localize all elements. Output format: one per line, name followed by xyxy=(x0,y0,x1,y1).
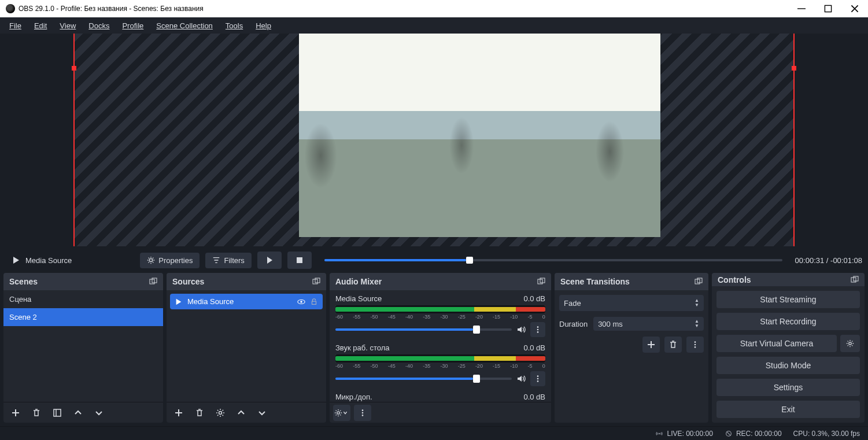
mixer-channel-db: 0.0 dB xyxy=(523,393,545,401)
scene-item[interactable]: Scene 2 xyxy=(3,308,163,326)
dock-popout-icon[interactable] xyxy=(695,278,703,286)
sources-dock: Sources Media Source xyxy=(167,273,326,423)
svg-point-30 xyxy=(695,344,696,346)
start-virtual-camera-button[interactable]: Start Virtual Camera xyxy=(716,335,837,352)
svg-rect-10 xyxy=(312,301,316,304)
scene-item[interactable]: Сцена xyxy=(3,290,163,308)
media-timeline[interactable] xyxy=(324,259,782,261)
window-maximize-button[interactable] xyxy=(815,0,841,17)
menu-edit[interactable]: Edit xyxy=(28,20,53,31)
mixer-channel-menu-button[interactable] xyxy=(530,371,545,386)
properties-button[interactable]: Properties xyxy=(140,253,200,268)
dock-popout-icon[interactable] xyxy=(851,276,859,284)
source-lock-icon[interactable] xyxy=(310,298,318,306)
scene-add-button[interactable] xyxy=(7,405,24,421)
virtual-camera-settings-button[interactable] xyxy=(840,335,860,352)
obs-logo-icon xyxy=(6,4,15,13)
start-recording-button[interactable]: Start Recording xyxy=(716,313,860,330)
preview-video[interactable] xyxy=(299,34,660,237)
menu-tools[interactable]: Tools xyxy=(220,20,249,31)
scene-filter-button[interactable] xyxy=(49,405,66,421)
speaker-icon[interactable] xyxy=(516,325,526,334)
svg-rect-2 xyxy=(297,257,302,263)
source-move-up-button[interactable] xyxy=(232,405,250,421)
scene-remove-button[interactable] xyxy=(28,405,45,421)
mixer-channel-menu-button[interactable] xyxy=(530,322,545,337)
svg-point-19 xyxy=(537,380,539,382)
status-cpu: CPU: 0.3%, 30.00 fps xyxy=(793,430,860,438)
svg-point-29 xyxy=(695,341,696,343)
menu-scene-collection[interactable]: Scene Collection xyxy=(150,20,219,31)
window-titlebar: OBS 29.1.0 - Profile: Без названия - Sce… xyxy=(0,0,868,17)
svg-point-35 xyxy=(659,432,660,434)
menu-help[interactable]: Help xyxy=(250,20,277,31)
mixer-settings-button[interactable] xyxy=(333,405,350,421)
meter-ticks: -60-55-50-45-40-35-30-25-20-15-10-50 xyxy=(335,363,545,369)
controls-title: Controls xyxy=(718,275,751,284)
scene-move-up-button[interactable] xyxy=(69,405,87,421)
svg-point-15 xyxy=(537,329,539,331)
transitions-dock: Scene Transitions Fade ▲▼ Duration 300 m… xyxy=(555,273,708,423)
volume-slider[interactable] xyxy=(335,378,512,380)
audio-meter xyxy=(335,305,545,313)
dock-popout-icon[interactable] xyxy=(149,278,157,286)
volume-slider[interactable] xyxy=(335,328,512,331)
mixer-menu-button[interactable] xyxy=(354,405,371,421)
svg-point-9 xyxy=(300,301,302,303)
settings-button[interactable]: Settings xyxy=(716,379,860,396)
svg-point-26 xyxy=(362,415,364,416)
svg-point-23 xyxy=(337,411,339,413)
mixer-channel-name: Звук раб. стола xyxy=(335,343,389,352)
scenes-dock: Scenes Сцена Scene 2 xyxy=(3,273,163,423)
mixer-channel: Media Source0.0 dB -60-55-50-45-40-35-30… xyxy=(330,290,551,339)
media-stop-button[interactable] xyxy=(287,252,312,269)
mixer-channel-name: Микр./доп. xyxy=(335,393,372,401)
window-close-button[interactable] xyxy=(841,0,868,17)
source-remove-button[interactable] xyxy=(191,405,208,421)
svg-point-1 xyxy=(150,258,153,261)
menu-profile[interactable]: Profile xyxy=(116,20,149,31)
status-rec: REC: 00:00:00 xyxy=(725,430,782,438)
crop-handle-right[interactable] xyxy=(792,66,796,71)
svg-point-25 xyxy=(362,412,364,413)
filters-button[interactable]: Filters xyxy=(205,253,251,268)
source-properties-button[interactable] xyxy=(212,405,229,421)
chevron-updown-icon: ▲▼ xyxy=(695,319,699,328)
svg-point-14 xyxy=(537,326,539,328)
menu-view[interactable]: View xyxy=(54,20,82,31)
speaker-icon[interactable] xyxy=(516,374,526,383)
transitions-title: Scene Transitions xyxy=(560,277,630,286)
window-minimize-button[interactable] xyxy=(788,0,815,17)
transition-select[interactable]: Fade ▲▼ xyxy=(559,295,704,311)
audio-meter xyxy=(335,354,545,363)
svg-point-18 xyxy=(537,378,539,380)
start-streaming-button[interactable]: Start Streaming xyxy=(716,291,860,308)
source-visibility-icon[interactable] xyxy=(297,298,305,306)
svg-point-16 xyxy=(537,331,539,333)
svg-rect-0 xyxy=(825,5,831,12)
chevron-updown-icon: ▲▼ xyxy=(695,298,699,308)
status-bar: LIVE: 00:00:00 REC: 00:00:00 CPU: 0.3%, … xyxy=(0,426,868,440)
source-move-down-button[interactable] xyxy=(253,405,271,421)
svg-point-34 xyxy=(849,342,851,345)
menu-docks[interactable]: Docks xyxy=(83,20,115,31)
svg-point-31 xyxy=(695,346,696,348)
menu-file[interactable]: File xyxy=(3,20,27,31)
duration-spinbox[interactable]: 300 ms ▲▼ xyxy=(593,317,704,331)
crop-handle-left[interactable] xyxy=(72,66,76,71)
studio-mode-button[interactable]: Studio Mode xyxy=(716,357,860,374)
transition-menu-button[interactable] xyxy=(686,337,704,353)
media-play-button[interactable] xyxy=(257,252,282,269)
controls-dock: Controls Start Streaming Start Recording… xyxy=(712,273,865,423)
mixer-channel-name: Media Source xyxy=(335,294,382,303)
exit-button[interactable]: Exit xyxy=(716,401,860,418)
transition-add-button[interactable] xyxy=(642,337,660,353)
scene-move-down-button[interactable] xyxy=(90,405,108,421)
transition-remove-button[interactable] xyxy=(664,337,682,353)
source-add-button[interactable] xyxy=(170,405,187,421)
dock-popout-icon[interactable] xyxy=(312,278,320,286)
source-item[interactable]: Media Source xyxy=(170,294,323,309)
preview-area[interactable] xyxy=(0,34,868,247)
svg-rect-5 xyxy=(54,409,61,416)
dock-popout-icon[interactable] xyxy=(537,278,545,286)
